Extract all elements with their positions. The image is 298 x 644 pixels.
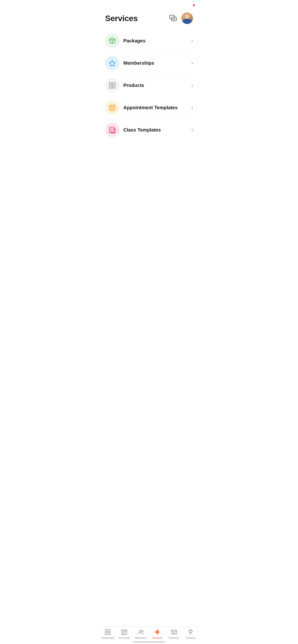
svg-marker-4 [109,60,115,66]
finances-tab-label: Finances [169,636,179,639]
memberships-item[interactable]: Memberships › [103,52,195,74]
status-bar [99,0,199,10]
products-icon-wrap [105,78,119,92]
tab-services[interactable]: Services [150,629,165,639]
header-actions [168,12,193,24]
svg-point-41 [173,632,175,634]
schedule-icon [121,629,128,636]
page-title: Services [105,14,138,23]
notification-dot [193,4,195,6]
memberships-label: Memberships [123,60,192,66]
home-indicator [133,641,165,642]
tab-training[interactable]: Training [183,629,198,639]
svg-rect-5 [109,82,112,85]
svg-rect-25 [122,630,127,635]
products-item[interactable]: Products › [103,74,195,96]
dashboard-tab-label: Dashboard [101,636,114,639]
appointment-templates-label: Appointment Templates [123,105,192,110]
schedule-tab-label: Schedule [119,636,130,639]
memberships-icon [109,60,116,66]
svg-rect-8 [113,86,115,88]
packages-item[interactable]: Packages › [103,30,195,52]
dashboard-icon [104,629,111,636]
menu-list: Packages › Memberships › [99,30,199,141]
services-tab-label: Services [152,636,162,639]
tab-dashboard[interactable]: Dashboard [100,629,115,639]
class-templates-chevron: › [192,128,193,132]
svg-rect-22 [108,630,110,632]
page-header: Services [99,10,199,30]
svg-rect-13 [110,108,111,109]
svg-rect-1 [172,17,176,21]
tab-finances[interactable]: Finances [167,629,181,639]
training-tab-label: Training [186,636,195,639]
class-templates-icon-wrap [105,123,119,137]
products-chevron: › [192,83,193,88]
memberships-chevron: › [192,60,193,66]
svg-point-32 [142,630,143,632]
svg-rect-6 [113,82,115,85]
class-templates-item[interactable]: Class Templates › [103,119,195,141]
training-icon [187,629,194,636]
members-icon [137,629,144,636]
packages-icon-wrap [105,34,119,48]
svg-point-31 [139,630,141,632]
products-icon [109,82,116,89]
main-content: Packages › Memberships › [99,30,199,165]
finances-icon [171,629,177,636]
tab-schedule[interactable]: Schedule [117,629,131,639]
svg-rect-21 [105,630,107,632]
appointment-templates-item[interactable]: Appointment Templates › [103,96,195,119]
svg-rect-17 [112,109,113,110]
svg-rect-24 [108,632,110,635]
packages-icon [109,37,116,44]
svg-point-44 [190,630,191,631]
products-label: Products [123,83,192,88]
appointment-templates-icon-wrap [105,100,119,115]
svg-rect-14 [112,108,113,109]
packages-label: Packages [123,38,192,44]
svg-rect-7 [109,86,112,88]
services-icon [154,629,161,636]
packages-chevron: › [192,38,193,43]
appointment-templates-icon [109,104,116,111]
svg-rect-16 [110,109,111,110]
user-avatar[interactable] [181,12,193,24]
class-templates-label: Class Templates [123,127,192,133]
svg-rect-15 [113,108,114,109]
members-tab-label: Members [135,636,146,639]
svg-point-34 [156,631,159,633]
memberships-icon-wrap [105,56,119,70]
svg-rect-23 [105,632,107,635]
tab-members[interactable]: Members [134,629,148,639]
chat-button[interactable] [168,13,179,24]
class-templates-icon [109,126,116,134]
appointment-templates-chevron: › [192,105,193,110]
